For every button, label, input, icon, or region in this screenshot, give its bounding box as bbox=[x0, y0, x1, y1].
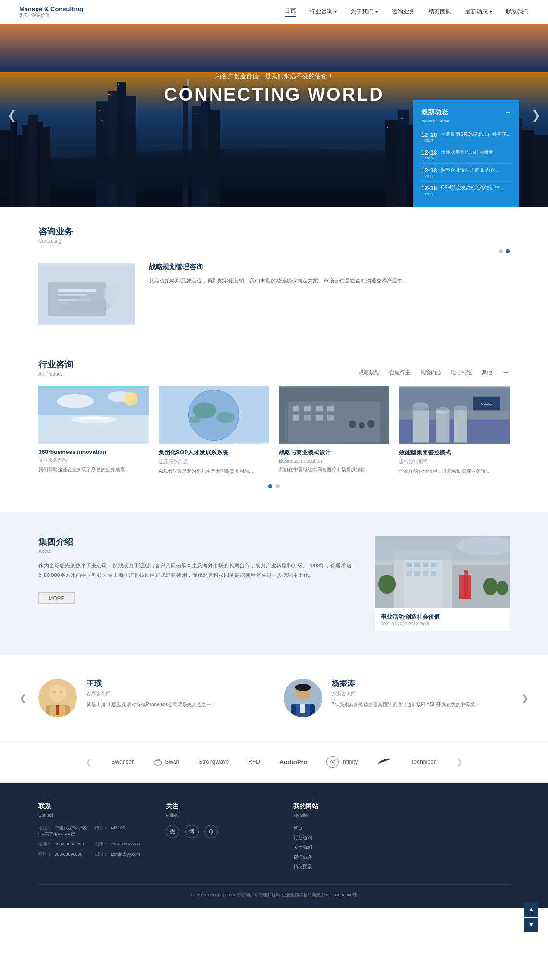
footer-content: 联系 Contact 地址： 中国武汉XX小区CX写字楼XX-XX层 传真： 4… bbox=[38, 802, 510, 870]
partner-infinity-label: Infinity bbox=[341, 759, 358, 765]
svg-rect-70 bbox=[316, 415, 323, 421]
footer-link-4[interactable]: 咨询业务 bbox=[293, 854, 510, 860]
partners-next-button[interactable]: ❯ bbox=[456, 758, 462, 767]
footer-icon-wechat[interactable]: 微 bbox=[166, 825, 179, 838]
industry-tab-finance[interactable]: 金融行业 bbox=[389, 369, 411, 376]
hero-prev-button[interactable]: ❮ bbox=[7, 109, 17, 122]
svg-rect-65 bbox=[304, 406, 311, 412]
industry-card-2: 集团化SOP人才发展系系统 泛亚服务产品 ADDN位置是专为婴儿生产无刺激婴儿用… bbox=[159, 386, 269, 475]
footer-address: 地址： 中国武汉XX小区CX写字楼XX-XX层 bbox=[38, 825, 91, 837]
news-day-4: 12-18 bbox=[421, 184, 437, 192]
partners-prev-button[interactable]: ❮ bbox=[86, 758, 92, 767]
news-text-3: 洞察企业转型之道 助力企... bbox=[441, 167, 499, 178]
nav-about[interactable]: 关于我们 ▾ bbox=[350, 8, 378, 16]
nav-home[interactable]: 首页 bbox=[285, 7, 296, 17]
industry-card-img-2 bbox=[159, 386, 269, 444]
news-box-more-arrow[interactable]: → bbox=[505, 109, 511, 116]
news-item-2[interactable]: 12-18 2017 天津水电基地力拉股维亚 bbox=[421, 146, 511, 164]
industry-tab-strategy[interactable]: 战略规划 bbox=[359, 369, 380, 376]
industry-carousel-dot-2[interactable] bbox=[276, 484, 280, 488]
partners-row: ❮ Swanser Swan Strongwave R+D AudioPro ∞… bbox=[38, 756, 510, 768]
footer: 联系 Contact 地址： 中国武汉XX小区CX写字楼XX-XX层 传真： 4… bbox=[0, 783, 548, 908]
consulting-dot-2[interactable] bbox=[506, 249, 510, 253]
team-next-button[interactable]: ❯ bbox=[522, 693, 529, 703]
avatar-svg-2 bbox=[284, 679, 322, 717]
footer-link-1[interactable]: 首页 bbox=[293, 825, 510, 832]
industry-tab-risk[interactable]: 风险内控 bbox=[420, 369, 441, 376]
news-box: 最新动态 → Newest Center 12-18 2017 全新集团GROU… bbox=[413, 100, 519, 207]
building-svg bbox=[279, 386, 389, 444]
svg-point-60 bbox=[216, 412, 235, 423]
nav-news[interactable]: 最新动态 ▾ bbox=[465, 8, 492, 16]
team-avatar-1 bbox=[38, 679, 77, 717]
consulting-dot-1[interactable] bbox=[499, 249, 503, 253]
news-date-2: 12-18 2017 bbox=[421, 149, 437, 160]
footer-copyright: COPYRIGHT (C) 2018 管理和咨询·管理和咨询·企业集团承整站演员… bbox=[38, 884, 510, 898]
consulting-content: 战略规划管理咨询 从定位策略到品牌定位，再到数字化营销，我们丰富的经验确保制定方… bbox=[38, 263, 510, 325]
scroll-up-button[interactable]: ▲ bbox=[524, 902, 538, 908]
industry-card-img-4: NCELL bbox=[399, 386, 510, 444]
nav-consulting[interactable]: 咨询业务 bbox=[392, 8, 415, 16]
svg-point-102 bbox=[497, 581, 508, 595]
consulting-card-desc: 从定位策略到品牌定位，再到数字化营销，我们丰富的经验确保制定方案。市场营销是在咨… bbox=[149, 276, 407, 285]
industry-title-cn: 行业咨询 bbox=[38, 359, 73, 370]
footer-phone2-value: 188-5000-2900 bbox=[111, 842, 140, 846]
nav-team[interactable]: 精英团队 bbox=[428, 8, 451, 16]
nav-contact[interactable]: 联系我们 bbox=[506, 8, 529, 16]
svg-rect-96 bbox=[423, 571, 428, 576]
industry-title-area: 行业咨询 All Product bbox=[38, 359, 73, 377]
group-more-button[interactable]: MORE bbox=[38, 592, 75, 604]
industry-more-arrow[interactable]: → bbox=[502, 368, 510, 377]
footer-mysite-title: 我的网站 bbox=[293, 802, 510, 810]
svg-point-48 bbox=[62, 299, 111, 313]
airplane-svg bbox=[38, 386, 149, 444]
industry-carousel-dot-1[interactable] bbox=[268, 484, 272, 488]
hero-next-button[interactable]: ❯ bbox=[531, 109, 541, 122]
news-day-2: 12-18 bbox=[421, 149, 437, 156]
svg-point-53 bbox=[71, 416, 117, 423]
industry-tab-electronics[interactable]: 电子制造 bbox=[451, 369, 472, 376]
news-item-4[interactable]: 12-18 2017 CFM航空发动机维修培训中... bbox=[421, 182, 511, 199]
svg-rect-45 bbox=[58, 294, 87, 296]
footer-follow-title: 关注 bbox=[166, 802, 274, 810]
news-item-3[interactable]: 12-18 2017 洞察企业转型之道 助力企... bbox=[421, 164, 511, 182]
consulting-image bbox=[38, 263, 135, 325]
group-right-card-title: 事业活动·创造社会价值 bbox=[381, 613, 504, 621]
svg-rect-69 bbox=[304, 415, 311, 421]
svg-point-106 bbox=[49, 685, 66, 702]
partner-audiopro-label: AudioPro bbox=[279, 759, 308, 766]
footer-col-links: 我的网站 My Site 首页 行业咨询 关于我们 咨询业务 精英团队 bbox=[293, 802, 510, 870]
news-item-1[interactable]: 12-18 2017 全新集团GROUP北京科技园正... bbox=[421, 128, 511, 146]
svg-point-117 bbox=[295, 684, 311, 691]
scroll-buttons: ▲ ▼ bbox=[524, 902, 538, 908]
svg-rect-44 bbox=[58, 289, 96, 292]
team-prev-button[interactable]: ❮ bbox=[19, 693, 26, 703]
footer-link-5[interactable]: 精英团队 bbox=[293, 863, 510, 870]
group-left: 集团介绍 About 作为全球领先的数字工业公司，长期致力于通过与客户共同拓展本… bbox=[38, 536, 356, 604]
footer-icon-weibo[interactable]: 博 bbox=[185, 825, 199, 838]
team-avatar-2 bbox=[284, 679, 322, 717]
svg-point-100 bbox=[378, 575, 396, 594]
partner-swanser-label: Swanser bbox=[111, 759, 134, 765]
team-info-1: 王璜 首席咨询师 就是出身 出版菠菜请对持续Phoneless创意课是先人选之一… bbox=[87, 679, 264, 709]
svg-rect-79 bbox=[436, 410, 450, 442]
footer-link-2[interactable]: 行业咨询 bbox=[293, 834, 510, 841]
footer-icon-qq[interactable]: Q bbox=[204, 825, 218, 838]
nav-industry[interactable]: 行业咨询 ▾ bbox=[310, 8, 337, 16]
footer-phone1-label: 电话： bbox=[38, 842, 51, 846]
industry-card-desc-2: ADDN位置是专为婴儿生产无刺激婴儿用品... bbox=[159, 467, 269, 475]
svg-rect-64 bbox=[293, 406, 299, 412]
industry-card-4: NCELL 效能型集团管控模式 运行控制形式 什么样的合伙伙伴，才能帮助实现业务… bbox=[399, 386, 510, 475]
footer-link-3[interactable]: 关于我们 bbox=[293, 844, 510, 851]
svg-rect-109 bbox=[56, 705, 59, 715]
team-desc-1: 就是出身 出版菠菜请对持续Phoneless创意课是先人选之一... bbox=[87, 701, 264, 709]
footer-website: 网址： 000-68890000 bbox=[38, 851, 91, 858]
svg-point-110 bbox=[53, 691, 56, 694]
svg-point-111 bbox=[60, 691, 62, 694]
industry-tab-other[interactable]: 其他 bbox=[482, 369, 492, 376]
consulting-title-cn: 咨询业务 bbox=[38, 226, 73, 237]
footer-email-value: admin@yy.com bbox=[111, 852, 140, 857]
industry-tabs: 战略规划 金融行业 风险内控 电子制造 其他 → bbox=[359, 368, 510, 377]
svg-rect-54 bbox=[80, 417, 108, 420]
industry-card-title-1: 360°business innovation bbox=[38, 449, 149, 455]
